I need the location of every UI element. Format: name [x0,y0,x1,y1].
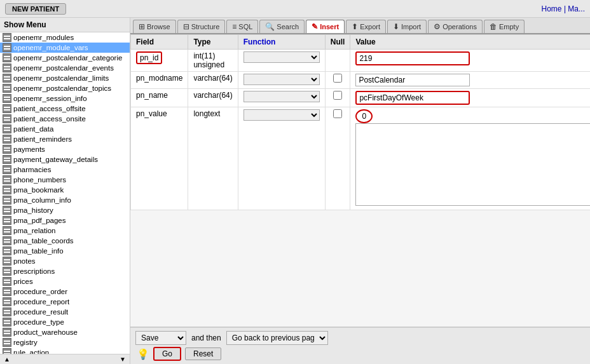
field-cell: pn_value [131,107,188,210]
field-value: pn_value [136,109,167,118]
null-checkbox[interactable] [333,74,342,83]
sidebar-item[interactable]: pma_column_info [0,195,130,205]
function-select[interactable] [244,51,320,63]
sidebar-item[interactable]: pma_pdf_pages [0,215,130,226]
tab-import[interactable]: ⬇Import [387,20,427,33]
sidebar-item-label: pma_relation [13,227,55,234]
table-area[interactable]: Field Type Function Null Value pn_idint(… [130,34,590,327]
sidebar-item[interactable]: pharmacies [0,165,130,175]
sidebar-item-label: procedure_order [13,288,67,295]
go-button[interactable]: Go [153,347,181,361]
tab-label: Export [360,23,380,30]
sidebar-item[interactable]: patient_access_onsite [0,114,130,124]
sidebar-item[interactable]: procedure_type [0,317,130,327]
value-input[interactable] [355,74,470,86]
sidebar-item-label: pharmacies [13,166,51,173]
function-select[interactable] [244,74,320,85]
longtext-input[interactable] [355,123,590,206]
top-links[interactable]: Home | Ma... [542,4,585,13]
sidebar-item[interactable]: openemr_postcalendar_events [0,63,130,73]
sidebar-item[interactable]: openemr_modules [0,32,130,43]
function-cell[interactable] [238,89,325,107]
function-cell[interactable] [238,107,325,210]
sidebar-item[interactable]: payment_gateway_details [0,154,130,165]
tab-search[interactable]: 🔍Search [259,20,305,33]
type-cell: varchar(64) [188,72,238,89]
value-cell[interactable] [350,72,590,89]
scroll-up-arrow[interactable]: ▲ [0,354,14,364]
sidebar-item-label: openemr_postcalendar_events [13,64,114,72]
sidebar-item[interactable]: patient_data [0,124,130,134]
sidebar-item[interactable]: pma_table_coords [0,236,130,246]
sidebar-item[interactable]: pnotes [0,256,130,266]
sidebar-item-label: pma_column_info [13,196,71,204]
value-input[interactable] [355,51,470,65]
value-cell[interactable] [350,89,590,107]
tab-insert[interactable]: ✎Insert [306,20,345,33]
new-patient-button[interactable]: NEW PATIENT [5,3,66,15]
sidebar-item-label: patient_reminders [13,135,72,143]
null-cell[interactable] [325,89,350,107]
sidebar-item[interactable]: registry [0,337,130,347]
tab-browse[interactable]: ⊞Browse [133,20,176,33]
null-cell[interactable] [325,50,350,72]
table-row: pn_namevarchar(64) [131,89,591,107]
sidebar-item[interactable]: openemr_postcalendar_limits [0,73,130,83]
sidebar-item[interactable]: prices [0,276,130,286]
table-row: pn_valuelongtext 0 [131,107,591,210]
tab-label: Empty [499,23,519,30]
tab-operations[interactable]: ⚙Operations [428,20,483,33]
null-cell[interactable] [325,107,350,210]
sidebar-item[interactable]: prescriptions [0,266,130,276]
value-input[interactable] [355,91,470,105]
function-select[interactable] [244,109,320,121]
value-cell[interactable]: 0 [350,107,590,210]
sidebar-item[interactable]: patient_reminders [0,134,130,144]
tab-label: SQL [238,23,252,30]
sidebar-item[interactable]: phone_numbers [0,175,130,185]
tab-icon: ≡ [232,22,237,31]
function-cell[interactable] [238,72,325,89]
sidebar-item[interactable]: openemr_session_info [0,93,130,104]
sidebar-item[interactable]: pma_history [0,205,130,215]
null-checkbox[interactable] [333,91,342,100]
sidebar-item[interactable]: pma_bookmark [0,185,130,195]
sidebar-list[interactable]: openemr_modulesopenemr_module_varsopenem… [0,32,130,354]
sidebar-item[interactable]: rule_action [0,347,130,354]
tab-export[interactable]: ⬆Export [346,20,386,33]
value-cell[interactable] [350,50,590,72]
function-cell[interactable] [238,50,325,72]
sidebar-item[interactable]: openemr_postcalendar_topics [0,83,130,93]
sidebar-item[interactable]: product_warehouse [0,327,130,337]
tab-structure[interactable]: ⊟Structure [177,20,226,33]
tab-sql[interactable]: ≡SQL [226,20,258,33]
help-icon[interactable]: 💡 [137,348,149,360]
sidebar-item[interactable]: payments [0,144,130,154]
null-cell[interactable] [325,72,350,89]
function-select[interactable] [244,91,320,102]
reset-button[interactable]: Reset [185,347,221,360]
sidebar-item[interactable]: procedure_report [0,297,130,307]
tab-icon: ⬇ [393,22,399,31]
bottom-buttons: 💡 Go Reset [135,347,585,361]
sidebar-item[interactable]: patient_access_offsite [0,104,130,114]
pn-value-input-container: 0 [355,109,590,208]
sidebar-item-label: openemr_postcalendar_limits [13,74,109,82]
sidebar-item[interactable]: openemr_postcalendar_categorie [0,53,130,63]
tab-empty[interactable]: 🗑Empty [484,20,525,33]
go-back-select[interactable]: Go back to previous pageInsert new row [226,331,328,345]
col-null: Null [325,35,350,50]
tab-bar: ⊞Browse⊟Structure≡SQL🔍Search✎Insert⬆Expo… [130,18,590,34]
sidebar-item-label: prescriptions [13,267,55,275]
sidebar-item[interactable]: openemr_module_vars [0,43,130,53]
sidebar-scroll-controls: ▲ ▼ [0,354,130,364]
sidebar: Show Menu openemr_modulesopenemr_module_… [0,18,130,364]
sidebar-item[interactable]: procedure_order [0,286,130,297]
sidebar-item[interactable]: procedure_result [0,307,130,317]
sidebar-item[interactable]: pma_relation [0,226,130,236]
sidebar-item[interactable]: pma_table_info [0,246,130,256]
type-cell: int(11) unsigned [188,50,238,72]
scroll-down-arrow[interactable]: ▼ [116,354,130,364]
null-checkbox[interactable] [333,109,342,118]
save-select[interactable]: SaveSave and editSave and insert [135,331,186,345]
